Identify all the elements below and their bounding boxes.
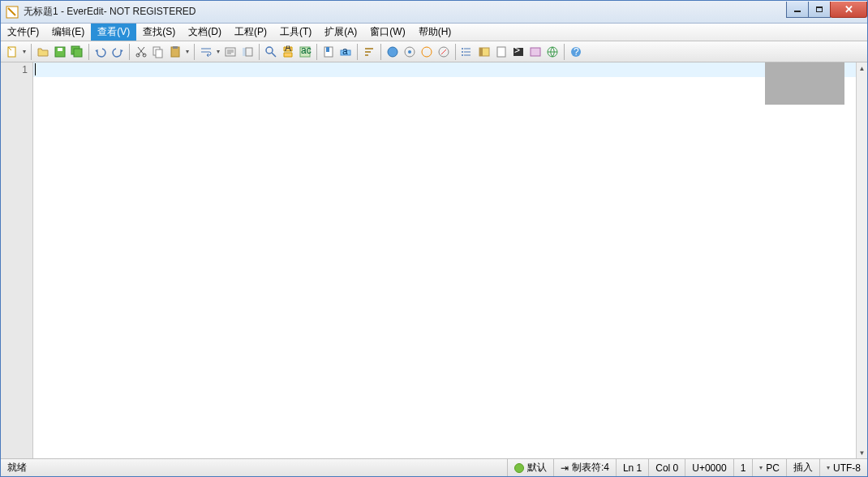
svg-point-25 — [408, 50, 411, 54]
svg-point-23 — [388, 47, 397, 57]
document-icon[interactable] — [493, 44, 509, 60]
separator — [455, 44, 456, 60]
copy-icon[interactable] — [150, 44, 166, 60]
sort-icon[interactable] — [361, 44, 377, 60]
highlight-icon[interactable]: a — [337, 44, 354, 60]
status-col[interactable]: Col 0 — [648, 459, 685, 476]
window-controls: ✕ — [787, 2, 867, 18]
svg-text:>: > — [514, 45, 520, 56]
cut-icon[interactable] — [133, 44, 149, 60]
svg-rect-11 — [173, 46, 178, 49]
new-file-dropdown[interactable]: ▾ — [21, 48, 28, 55]
separator — [564, 44, 565, 60]
menu-document[interactable]: 文档(D) — [182, 24, 228, 41]
menu-bar: 文件(F) 编辑(E) 查看(V) 查找(S) 文档(D) 工程(P) 工具(T… — [1, 24, 867, 41]
list-icon[interactable] — [459, 44, 475, 60]
find-in-files-icon[interactable]: ac — [297, 44, 313, 60]
mode-dot-icon — [514, 463, 524, 473]
toolbar: ▾ ▾ ▾ A ac a > — [1, 41, 867, 62]
svg-rect-5 — [74, 49, 82, 57]
menu-file[interactable]: 文件(F) — [1, 24, 45, 41]
browser-firefox-icon[interactable] — [419, 44, 435, 60]
separator — [380, 44, 381, 60]
separator — [357, 44, 358, 60]
help-icon[interactable]: ? — [568, 44, 584, 60]
paste-icon[interactable] — [167, 44, 183, 60]
browser-safari-icon[interactable] — [436, 44, 452, 60]
menu-extend[interactable]: 扩展(A) — [318, 24, 363, 41]
save-icon[interactable] — [52, 44, 68, 60]
svg-rect-3 — [58, 48, 62, 51]
app-icon — [6, 6, 19, 19]
show-whitespace-icon[interactable] — [222, 44, 238, 60]
line-numbers-icon[interactable] — [239, 44, 256, 60]
menu-search[interactable]: 查找(S) — [136, 24, 182, 41]
status-mode[interactable]: 默认 — [507, 459, 553, 476]
svg-rect-20 — [326, 47, 329, 52]
undo-icon[interactable] — [92, 44, 109, 60]
separator — [31, 44, 32, 60]
status-tabstop[interactable]: ⇥制表符:4 — [553, 459, 616, 476]
minimap[interactable] — [765, 62, 844, 105]
menu-window[interactable]: 窗口(W) — [363, 24, 411, 41]
status-encoding[interactable]: UTF-8 — [819, 459, 867, 476]
status-insert[interactable]: 插入 — [786, 459, 819, 476]
svg-rect-9 — [156, 49, 162, 58]
svg-rect-36 — [531, 48, 540, 56]
scroll-down-icon[interactable]: ▼ — [857, 447, 867, 458]
svg-text:A: A — [285, 45, 291, 54]
svg-point-28 — [462, 48, 463, 49]
find-icon[interactable] — [263, 44, 279, 60]
menu-tools[interactable]: 工具(T) — [273, 24, 318, 41]
svg-rect-32 — [479, 48, 483, 56]
maximize-button[interactable] — [808, 2, 831, 18]
svg-point-29 — [462, 51, 463, 53]
replace-icon[interactable]: A — [280, 44, 296, 60]
window-title: 无标题1 - EverEdit- NOT REGISTERED — [24, 5, 787, 19]
scroll-up-icon[interactable]: ▲ — [857, 62, 867, 74]
redo-icon[interactable] — [110, 44, 126, 60]
svg-rect-14 — [246, 48, 252, 56]
menu-help[interactable]: 帮助(H) — [412, 24, 458, 41]
wordwrap-dropdown[interactable]: ▾ — [215, 48, 221, 55]
browser-chrome-icon[interactable] — [402, 44, 418, 60]
wordwrap-icon[interactable] — [198, 44, 214, 60]
svg-point-15 — [266, 47, 273, 54]
web-icon[interactable] — [544, 44, 561, 60]
menu-view[interactable]: 查看(V) — [91, 24, 136, 41]
terminal-icon[interactable]: > — [510, 44, 526, 60]
line-number: 1 — [6, 62, 28, 77]
editor-area: 1 ▲ ▼ — [1, 62, 867, 458]
open-folder-icon[interactable] — [35, 44, 51, 60]
separator — [88, 44, 89, 60]
status-lineend[interactable]: PC — [752, 459, 786, 476]
browser-ie-icon[interactable] — [385, 44, 401, 60]
current-line-highlight — [33, 62, 856, 77]
separator — [194, 44, 195, 60]
svg-text:a: a — [342, 45, 348, 57]
close-button[interactable]: ✕ — [830, 2, 867, 18]
svg-rect-13 — [243, 48, 246, 56]
status-ready: 就绪 — [1, 459, 507, 476]
line-gutter: 1 — [1, 62, 33, 458]
paste-dropdown[interactable]: ▾ — [184, 48, 191, 55]
status-page[interactable]: 1 — [733, 459, 753, 476]
separator — [259, 44, 260, 60]
panel-icon[interactable] — [476, 44, 492, 60]
tabstop-icon: ⇥ — [561, 462, 569, 474]
vertical-scrollbar[interactable]: ▲ ▼ — [856, 62, 867, 458]
menu-edit[interactable]: 编辑(E) — [45, 24, 91, 41]
status-bar: 就绪 默认 ⇥制表符:4 Ln 1 Col 0 U+0000 1 PC 插入 U… — [1, 458, 867, 476]
text-editor[interactable] — [33, 62, 856, 458]
menu-project[interactable]: 工程(P) — [228, 24, 273, 41]
svg-point-26 — [422, 47, 432, 57]
new-file-icon[interactable] — [4, 44, 20, 60]
status-line[interactable]: Ln 1 — [616, 459, 648, 476]
hex-icon[interactable] — [527, 44, 544, 60]
save-all-icon[interactable] — [69, 44, 85, 60]
title-bar: 无标题1 - EverEdit- NOT REGISTERED ✕ — [1, 1, 867, 24]
bookmark-icon[interactable] — [320, 44, 337, 60]
text-caret — [35, 63, 36, 75]
status-unicode[interactable]: U+0000 — [685, 459, 733, 476]
minimize-button[interactable] — [786, 2, 809, 18]
